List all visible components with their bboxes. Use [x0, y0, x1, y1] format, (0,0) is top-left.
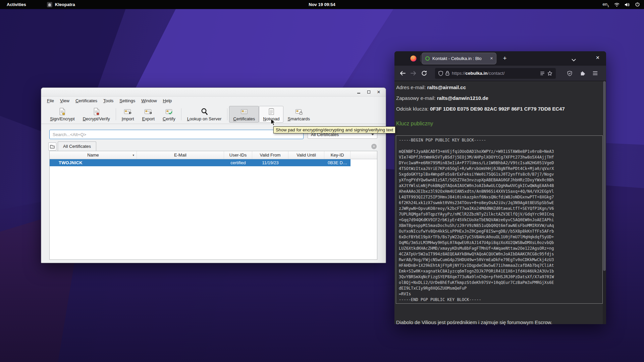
reload-button[interactable] — [419, 68, 429, 79]
sort-indicator-icon: ▾ — [132, 154, 134, 157]
firefox-tab-bar: Kontakt - Cebulka.in : Blo ✕ + ✕ — [394, 51, 606, 66]
shield-icon[interactable] — [438, 71, 443, 76]
toolbar-separator — [227, 108, 227, 120]
reader-mode-icon[interactable] — [540, 71, 545, 76]
table-header: Name▾ E-Mail User-IDs Valid From Valid U… — [50, 151, 377, 159]
certificates-table: Name▾ E-Mail User-IDs Valid From Valid U… — [49, 151, 377, 260]
scrollbar-thumb[interactable] — [603, 81, 606, 271]
close-tab-button[interactable]: ✕ — [371, 144, 377, 149]
kleopatra-titlebar[interactable]: ✕ — [41, 88, 386, 97]
toolbar-decrypt-verify-button[interactable]: Decrypt/Verify — [79, 106, 114, 123]
toolbar-smartcards-button[interactable]: Smartcards — [283, 106, 314, 123]
column-header-valid-from[interactable]: Valid From — [252, 151, 288, 159]
sign-encrypt-icon — [59, 107, 66, 116]
column-header-name[interactable]: Name▾ — [50, 151, 137, 159]
menu-file[interactable]: File — [44, 97, 57, 104]
toolbar-certificates-button[interactable]: Certificates — [229, 106, 259, 123]
notepad-icon — [268, 107, 275, 116]
notepad-tooltip: Show pad for encrypting/decrypting and s… — [273, 126, 395, 133]
list-tabs-chevron-icon[interactable] — [572, 57, 576, 63]
pgp-public-key-block: -----BEGIN PGP PUBLIC KEY BLOCK----- mQE… — [396, 135, 603, 304]
keyboard-layout-indicator[interactable]: en1 — [603, 2, 609, 8]
menu-help[interactable]: Help — [160, 97, 175, 104]
tab-separator — [420, 55, 421, 62]
gnome-top-bar: Activities Kleopatra Nov 19 09:54 en1 — [0, 0, 644, 9]
backup-email-line: Zapasowy e-mail: ralts@danwin1210.de — [396, 95, 488, 101]
column-header-valid-until[interactable]: Valid Until — [288, 151, 324, 159]
back-button[interactable] — [397, 68, 408, 79]
certificate-row[interactable]: TWOJNICK certified 11/19/23 0B3E D… — [50, 159, 377, 166]
chevron-down-icon — [371, 134, 374, 135]
window-close-button[interactable]: ✕ — [596, 55, 600, 60]
email-line: Adres e-mail: ralts@airmail.cc — [396, 84, 466, 90]
toolbar-separator — [116, 108, 116, 120]
browser-tab-active[interactable]: Kontakt - Cebulka.in : Blo ✕ — [422, 53, 496, 64]
import-icon — [123, 107, 132, 116]
hamburger-menu-icon[interactable] — [590, 68, 600, 79]
extensions-puzzle-icon[interactable] — [577, 68, 588, 79]
page-footer-text: Diabolo de Vilious jest pośrednikiem i z… — [396, 319, 552, 325]
wifi-icon[interactable] — [614, 2, 620, 7]
export-icon — [144, 107, 153, 116]
url-bar[interactable]: https://cebulka.in/contact/ — [435, 68, 556, 79]
forward-button[interactable] — [408, 68, 419, 79]
column-header-filler — [351, 151, 377, 159]
toolbar-import-button[interactable]: Import — [118, 106, 138, 123]
page-scrollbar[interactable] — [603, 81, 606, 324]
fingerprint-line: Odcisk klucza: 0F3F 1DE0 E075 DE90 82AC … — [396, 106, 565, 112]
lock-icon[interactable] — [445, 71, 449, 76]
menu-view[interactable]: View — [57, 97, 72, 104]
toolbar: Sign/Encrypt Decrypt/Verify Import Expor… — [41, 105, 386, 124]
open-tab-button[interactable] — [48, 142, 56, 150]
power-icon[interactable] — [635, 2, 640, 7]
mouse-cursor — [270, 118, 276, 128]
certify-icon — [165, 107, 173, 116]
column-header-user-ids[interactable]: User-IDs — [224, 151, 252, 159]
column-header-key-id[interactable]: Key-ID — [324, 151, 351, 159]
close-button[interactable]: ✕ — [376, 90, 381, 95]
firefox-window: Kontakt - Cebulka.in : Blo ✕ + ✕ https:/… — [394, 51, 606, 324]
toolbar-sign-encrypt-button[interactable]: Sign/Encrypt — [46, 106, 79, 123]
search-input[interactable] — [49, 130, 304, 139]
toolbar-certify-button[interactable]: Certify — [159, 106, 179, 123]
public-key-heading: Klucz publiczny — [396, 121, 433, 127]
tab-close-icon[interactable]: ✕ — [490, 56, 493, 61]
url-text: https://cebulka.in/contact/ — [452, 71, 538, 76]
certificates-icon — [240, 107, 248, 116]
new-tab-icon — [50, 144, 55, 148]
kleopatra-window: ✕ File View Certificates Tools Settings … — [41, 87, 386, 263]
menu-settings[interactable]: Settings — [116, 97, 138, 104]
firefox-nav-bar: https://cebulka.in/contact/ — [394, 66, 606, 81]
firefox-logo-icon — [410, 55, 417, 63]
toolbar-export-button[interactable]: Export — [138, 106, 159, 123]
minimize-button[interactable] — [356, 90, 361, 95]
maximize-button[interactable] — [366, 90, 371, 95]
menu-bar: File View Certificates Tools Settings Wi… — [41, 97, 386, 105]
new-tab-button[interactable]: + — [500, 54, 509, 63]
search-icon — [201, 107, 208, 116]
site-favicon — [425, 56, 430, 61]
smartcards-icon — [295, 107, 303, 116]
shield-check-icon[interactable] — [564, 68, 575, 79]
volume-icon[interactable] — [625, 2, 630, 7]
page-content: Adres e-mail: ralts@airmail.cc Zapasowy … — [394, 81, 606, 324]
tab-title: Kontakt - Cebulka.in : Blo — [432, 56, 488, 61]
toolbar-separator — [181, 108, 181, 120]
menu-window[interactable]: Window — [138, 97, 160, 104]
bookmark-star-icon[interactable] — [547, 71, 552, 76]
menu-tools[interactable]: Tools — [100, 97, 116, 104]
menu-certificates[interactable]: Certificates — [72, 97, 100, 104]
tab-all-certificates[interactable]: All Certificates — [58, 141, 96, 151]
decrypt-verify-icon — [93, 107, 100, 116]
clock[interactable]: Nov 19 09:54 — [0, 0, 644, 9]
toolbar-lookup-on-server-button[interactable]: Lookup on Server — [183, 106, 226, 123]
column-header-email[interactable]: E-Mail — [137, 151, 224, 159]
